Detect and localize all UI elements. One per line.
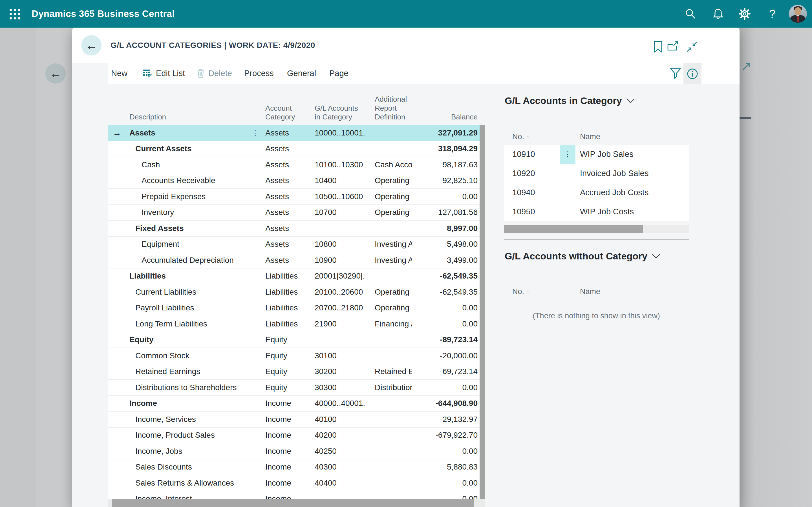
balance-cell[interactable]: 127,081.56 [412,208,479,217]
balance-cell[interactable]: 98,187.63 [412,160,479,169]
balance-cell[interactable]: -62,549.35 [412,288,479,297]
page-menu[interactable]: Page [329,63,349,83]
general-menu[interactable]: General [287,63,316,83]
account-category-cell[interactable]: Assets [264,256,313,265]
account-category-cell[interactable]: Income [264,478,313,488]
name-column-header[interactable]: Name [575,132,689,141]
gl-accounts-cell[interactable]: 20700..21800 [313,303,365,313]
scrollbar-thumb[interactable] [504,225,643,233]
balance-cell[interactable]: 0.00 [412,303,479,313]
description-cell[interactable]: Retained Earnings [126,367,247,376]
account-name-cell[interactable]: Accrued Job Costs [575,188,689,197]
balance-cell[interactable]: -89,723.14 [412,335,479,344]
table-row[interactable]: Equity Equity -89,723.14 [108,332,479,348]
account-no-cell[interactable]: 10940 [504,188,560,197]
account-category-cell[interactable]: Income [264,447,313,456]
table-row[interactable]: Sales Returns & Allowances Income 40400 … [108,475,479,491]
description-cell[interactable]: Sales Discounts [126,462,247,471]
account-category-cell[interactable]: Liabilities [264,303,313,313]
report-definition-cell[interactable]: Distribution... [365,383,412,392]
balance-cell[interactable]: 0.00 [412,383,479,392]
report-definition-cell[interactable]: Operating ... [365,192,412,201]
description-cell[interactable]: Assets [126,128,247,137]
table-row[interactable]: Income, Services Income 40100 29,132.97 [108,411,479,428]
description-cell[interactable]: Sales Returns & Allowances [126,478,247,488]
table-row[interactable]: Sales Discounts Income 40300 5,880.83 [108,459,479,475]
account-category-cell[interactable]: Liabilities [264,272,313,281]
balance-cell[interactable]: 318,094.29 [412,144,479,153]
account-category-cell[interactable]: Equity [264,351,313,360]
app-launcher-icon[interactable] [8,8,21,20]
account-name-cell[interactable]: WIP Job Sales [575,150,689,159]
table-row[interactable]: Cash Assets 10100..10300 Cash Accou... 9… [108,157,479,173]
report-definition-cell[interactable]: Operating ... [365,176,412,185]
row-menu-icon[interactable]: ⋮ [560,169,575,178]
back-button[interactable]: ← [81,35,101,55]
table-row[interactable]: Income, Jobs Income 40250 0.00 [108,443,479,459]
description-column-header[interactable]: Description [126,113,247,122]
report-definition-cell[interactable]: Investing A... [365,240,412,249]
description-cell[interactable]: Liabilities [126,272,247,281]
filter-icon[interactable] [668,65,683,82]
no-column-header[interactable]: No. ↑ [504,132,560,141]
row-menu-icon[interactable]: ⋮ [560,207,575,216]
account-category-cell[interactable]: Assets [264,160,313,169]
balance-cell[interactable]: 0.00 [412,478,479,488]
table-row[interactable]: Fixed Assets Assets 8,997.00 [108,221,479,237]
scrollbar-thumb[interactable] [112,499,474,507]
table-row[interactable]: Prepaid Expenses Assets 10500..10600 Ope… [108,189,479,205]
table-row[interactable]: Accumulated Depreciation Assets 10900 In… [108,252,479,269]
bookmark-icon[interactable] [652,41,664,53]
row-menu-icon[interactable]: ⋮ [560,188,575,197]
search-icon[interactable] [684,7,697,20]
description-cell[interactable]: Long Term Liabilities [126,320,247,328]
no-column-header[interactable]: No. ↑ [504,287,560,296]
info-pane-toggle[interactable] [683,63,702,84]
description-cell[interactable]: Accumulated Depreciation [126,256,247,265]
balance-cell[interactable]: 29,132.97 [412,415,479,424]
table-row[interactable]: Payroll Liabilities Liabilities 20700..2… [108,300,479,316]
gl-accounts-cell[interactable]: 40000..40001... [313,399,365,408]
gl-accounts-cell[interactable]: 30100 [313,351,365,360]
report-definition-cell[interactable]: Operating ... [365,288,412,297]
gl-accounts-cell[interactable]: 30300 [313,383,365,392]
factbox-row[interactable]: 10920 ⋮ Invoiced Job Sales [504,164,689,183]
table-row[interactable]: → Assets ⋮ Assets 10000..10001... 327,09… [108,125,479,141]
table-row[interactable]: Current Liabilities Liabilities 20100..2… [108,284,479,300]
balance-cell[interactable]: 327,091.29 [412,128,479,137]
description-cell[interactable]: Income, Product Sales [126,431,247,440]
account-category-cell[interactable]: Liabilities [264,288,313,297]
factbox-in-category-header[interactable]: G/L Accounts in Category [505,95,635,106]
account-category-cell[interactable]: Assets [264,192,313,201]
account-category-cell[interactable]: Equity [264,383,313,392]
balance-cell[interactable]: 3,499.00 [412,256,479,265]
description-cell[interactable]: Equipment [126,240,247,249]
account-name-cell[interactable]: WIP Job Costs [575,207,689,216]
collapse-icon[interactable] [686,41,698,53]
description-cell[interactable]: Accounts Receivable [126,176,247,185]
gl-accounts-cell[interactable]: 40250 [313,447,365,456]
table-row[interactable]: Equipment Assets 10800 Investing A... 5,… [108,237,479,252]
description-cell[interactable]: Income, Services [126,415,247,424]
account-category-cell[interactable]: Assets [264,208,313,217]
description-cell[interactable]: Income [126,399,247,408]
account-category-cell[interactable]: Income [264,415,313,424]
account-category-cell[interactable]: Income [264,462,313,471]
notifications-bell-icon[interactable] [712,7,725,20]
table-row[interactable]: Current Assets Assets 318,094.29 [108,141,479,157]
account-category-cell[interactable]: Income [264,399,313,408]
description-cell[interactable]: Income, Jobs [126,447,247,456]
account-no-cell[interactable]: 10950 [504,207,560,216]
gl-accounts-cell[interactable]: 40100 [313,415,365,424]
balance-cell[interactable]: -679,922.70 [412,431,479,440]
table-row[interactable]: Common Stock Equity 30100 -20,000.00 [108,348,479,364]
account-name-cell[interactable]: Invoiced Job Sales [575,169,689,178]
table-row[interactable]: Retained Earnings Equity 30200 Retained … [108,364,479,380]
factbox-row[interactable]: 10940 ⋮ Accrued Job Costs [504,183,689,202]
balance-cell[interactable]: 8,997.00 [412,224,479,233]
table-row[interactable]: Accounts Receivable Assets 10400 Operati… [108,173,479,189]
new-button[interactable]: New [111,63,128,83]
table-row[interactable]: Income Income 40000..40001... -644,908.9… [108,396,479,412]
table-horizontal-scrollbar[interactable] [108,499,485,507]
edit-list-button[interactable]: Edit List [142,63,185,83]
